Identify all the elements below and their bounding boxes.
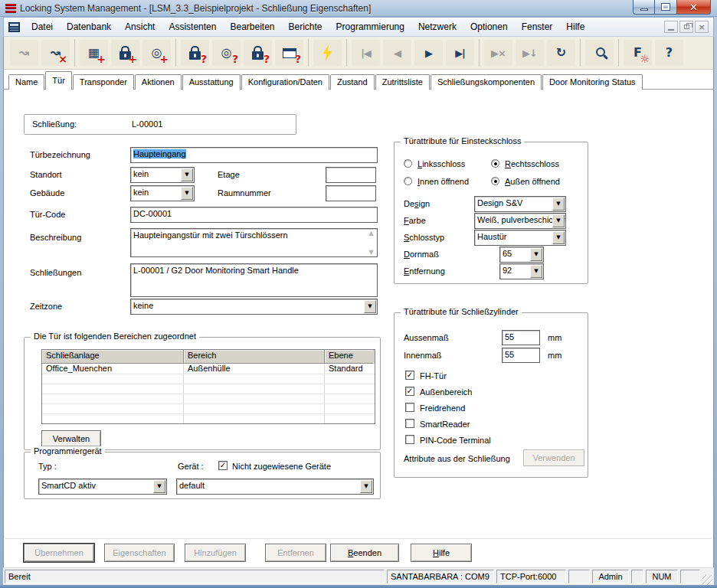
outdoor-area-checkbox[interactable] — [405, 387, 414, 396]
door-code-input[interactable]: DC-00001 — [130, 207, 378, 223]
unassigned-devices-checkbox[interactable] — [218, 461, 228, 470]
menu-bearbeiten[interactable]: Bearbeiten — [223, 19, 281, 34]
tab-aktionen[interactable]: Aktionen — [135, 74, 182, 90]
chevron-down-icon[interactable]: ▼ — [552, 214, 565, 227]
toolbar-button-read-lock-network[interactable]: ? — [244, 40, 272, 66]
chevron-down-icon[interactable]: ▼ — [552, 231, 565, 244]
toolbar-button-read-window[interactable]: ? — [275, 40, 303, 66]
toolbar-button-refresh[interactable]: ↻ — [547, 40, 575, 66]
locks-textarea[interactable]: L-00001 / G2 Door Monitoring Smart Handl… — [130, 263, 378, 297]
tab-schliessungskomponenten[interactable]: Schließungskomponenten — [431, 74, 542, 90]
toolbar-button-search[interactable] — [585, 40, 614, 66]
lock-type-select[interactable]: Haustür ▼ — [474, 230, 566, 246]
remove-button[interactable]: Entfernen — [265, 544, 326, 562]
add-button[interactable]: Hinzufügen — [185, 544, 246, 562]
toolbar-button-next-record[interactable]: ▶ — [414, 40, 443, 66]
column-header-schliessanlage[interactable]: Schließanlage — [42, 350, 184, 364]
inner-dimension-input[interactable]: 55 — [502, 348, 540, 363]
maximize-button[interactable] — [655, 0, 676, 15]
table-row[interactable]: Office_Muenchen Außenhülle Standard — [42, 364, 375, 374]
chevron-down-icon[interactable]: ▼ — [364, 300, 376, 313]
building-select[interactable]: kein ▼ — [130, 185, 195, 201]
chevron-down-icon[interactable]: ▼ — [552, 198, 565, 211]
pin-code-terminal-checkbox[interactable] — [405, 435, 414, 444]
menu-datei[interactable]: Datei — [25, 19, 60, 34]
toolbar-button-new-transponder[interactable]: ◎ + — [142, 40, 171, 66]
menu-berichte[interactable]: Berichte — [282, 19, 329, 34]
menu-datenbank[interactable]: Datenbank — [60, 19, 118, 34]
minimize-button[interactable] — [633, 0, 655, 15]
description-textarea[interactable]: Haupteingangstür mit zwei Türschlössern … — [130, 228, 378, 257]
toolbar-button-login[interactable]: ↝ — [10, 40, 38, 66]
tab-door-monitoring-status[interactable]: Door Monitoring Status — [542, 74, 643, 90]
outward-opening-radio[interactable] — [491, 177, 499, 185]
toolbar-button-skip-remove[interactable]: ▶× — [484, 40, 512, 66]
tab-zustand[interactable]: Zustand — [330, 74, 375, 90]
time-zone-select[interactable]: keine ▼ — [130, 299, 378, 315]
toolbar-button-help[interactable]: ? — [655, 40, 683, 66]
toolbar-button-read-transponder[interactable]: ◎ ? — [212, 40, 241, 66]
chevron-down-icon[interactable]: ▼ — [530, 248, 542, 261]
menu-fenster[interactable]: Fenster — [515, 19, 560, 34]
floor-input[interactable] — [326, 167, 376, 183]
chevron-down-icon[interactable]: ▼ — [360, 480, 372, 493]
right-lock-radio[interactable] — [491, 159, 499, 168]
menu-hilfe[interactable]: Hilfe — [559, 19, 591, 34]
toolbar-button-programming[interactable] — [313, 40, 342, 66]
column-header-bereich[interactable]: Bereich — [184, 350, 325, 364]
properties-button[interactable]: Eigenschaften — [104, 544, 175, 562]
toolbar-button-new-locking-system[interactable]: ▦ + — [80, 40, 108, 66]
toolbar-button-skip-down[interactable]: ▶↓ — [516, 40, 544, 66]
tab-konfiguration-daten[interactable]: Konfiguration/Daten — [241, 74, 329, 90]
location-select[interactable]: kein ▼ — [130, 167, 195, 183]
menu-programmierung[interactable]: Programmierung — [329, 19, 411, 34]
column-header-ebene[interactable]: Ebene — [325, 350, 373, 364]
tab-ausstattung[interactable]: Ausstattung — [182, 74, 241, 90]
menu-ansicht[interactable]: Ansicht — [118, 19, 162, 34]
programmer-type-select[interactable]: SmartCD aktiv ▼ — [38, 479, 167, 495]
tab-transponder[interactable]: Transponder — [73, 74, 134, 90]
tab-zutrittsliste[interactable]: Zutrittsliste — [375, 74, 430, 90]
toolbar-button-first-record[interactable]: |◀ — [352, 40, 380, 66]
title-bar[interactable]: Locking System Management - [LSM_3.3_Bei… — [0, 0, 717, 17]
toolbar-button-logout[interactable]: ↝ × — [41, 40, 70, 66]
left-lock-radio[interactable] — [404, 159, 412, 168]
toolbar-button-read-lock[interactable]: ? — [181, 40, 209, 66]
toolbar-button-filter-settings[interactable]: F ☼ — [624, 40, 652, 66]
tab-name[interactable]: Name — [8, 74, 44, 90]
inward-opening-radio[interactable] — [404, 177, 412, 185]
door-name-input[interactable]: Haupteingang — [130, 147, 378, 163]
menu-netzwerk[interactable]: Netzwerk — [411, 19, 463, 34]
mdi-minimize-button[interactable] — [664, 21, 678, 33]
smartreader-checkbox[interactable] — [405, 419, 414, 428]
toolbar-button-last-record[interactable]: ▶| — [446, 40, 474, 66]
programmer-device-select[interactable]: default ▼ — [176, 479, 374, 495]
backset-select[interactable]: 65 ▼ — [499, 247, 544, 263]
chevron-down-icon[interactable]: ▼ — [181, 187, 193, 200]
manage-button[interactable]: Verwalten — [41, 430, 101, 447]
fh-door-checkbox[interactable] — [405, 371, 414, 380]
mdi-restore-button[interactable] — [679, 21, 693, 33]
chevron-down-icon[interactable]: ▼ — [181, 168, 193, 181]
distance-select[interactable]: 92 ▼ — [499, 263, 544, 279]
exit-button[interactable]: Beenden — [330, 544, 399, 562]
menu-assistenten[interactable]: Assistenten — [162, 19, 223, 34]
room-number-input[interactable] — [326, 185, 376, 201]
chevron-down-icon[interactable]: ▼ — [153, 480, 165, 493]
resize-grip[interactable] — [702, 575, 712, 585]
menu-optionen[interactable]: Optionen — [463, 19, 515, 34]
textarea-scrollbar[interactable]: ▲▼ — [366, 230, 376, 256]
document-system-icon[interactable] — [8, 22, 20, 32]
use-button[interactable]: Verwenden — [523, 449, 584, 466]
help-button[interactable]: Hilfe — [411, 544, 472, 562]
tab-tuer[interactable]: Tür — [45, 71, 72, 90]
close-button[interactable]: ✕ — [676, 0, 711, 15]
apply-button[interactable]: Übernehmen — [24, 544, 94, 562]
mdi-close-button[interactable]: × — [695, 21, 709, 33]
design-select[interactable]: Design S&V ▼ — [474, 196, 566, 212]
free-spinning-checkbox[interactable] — [405, 403, 414, 412]
outer-dimension-input[interactable]: 55 — [502, 330, 540, 345]
toolbar-button-new-lock[interactable]: + — [111, 40, 139, 66]
chevron-down-icon[interactable]: ▼ — [530, 265, 542, 278]
color-select[interactable]: Weiß, pulverbeschichtet ▼ — [474, 213, 566, 229]
